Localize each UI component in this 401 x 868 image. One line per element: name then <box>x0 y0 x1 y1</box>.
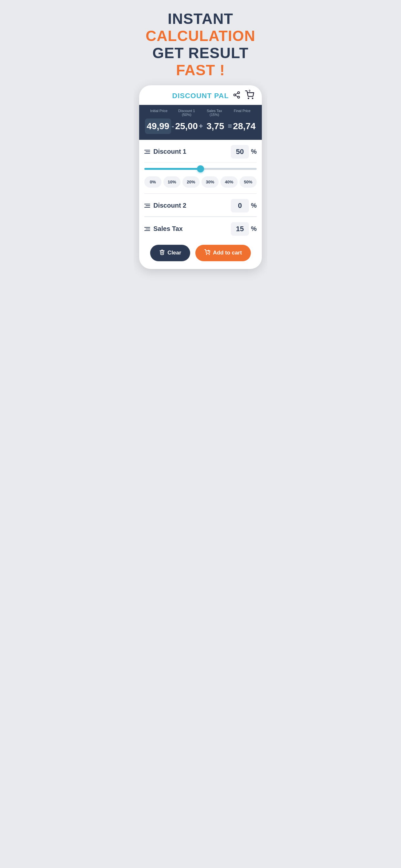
svg-point-8 <box>209 254 210 255</box>
value-initial: 49,99 <box>145 119 171 134</box>
discount1-value[interactable]: 50 <box>231 145 249 159</box>
label-discount1: Discount 1 (50%) <box>173 109 201 117</box>
cart-add-icon <box>204 249 210 257</box>
phone-frame: DISCOUNT PAL 0 <box>139 85 262 269</box>
summary-values: 49,99 - 25,00 + 3,75 = 28,74 <box>145 119 256 134</box>
operator-equals: = <box>227 122 233 130</box>
hero-line1-orange: CALCULATION <box>146 27 255 44</box>
cart-count: 0 <box>249 89 250 92</box>
preset-30[interactable]: 30% <box>202 176 219 188</box>
summary-bar: Initial Price Discount 1 (50%) Sales Tax… <box>139 105 262 140</box>
discount1-control-right: 50 % <box>231 145 257 159</box>
discount1-slider-row <box>144 163 257 175</box>
sales-tax-row: Sales Tax 15 % <box>144 217 257 240</box>
svg-line-3 <box>236 95 238 97</box>
discount1-presets: 0% 10% 20% 30% 40% 50% <box>144 175 257 189</box>
discount1-slider[interactable] <box>144 168 257 170</box>
sales-tax-control-right: 15 % <box>231 222 257 236</box>
svg-point-6 <box>252 98 253 98</box>
clear-button[interactable]: Clear <box>150 245 190 261</box>
discount2-row: Discount 2 0 % <box>144 194 257 217</box>
sales-tax-label: Sales Tax <box>144 225 183 232</box>
hero-section: INSTANT CALCULATION GET RESULT FAST ! <box>134 0 267 85</box>
hero-line1-dark: INSTANT <box>168 10 234 27</box>
preset-0[interactable]: 0% <box>144 176 161 188</box>
hero-line2-orange: FAST ! <box>176 62 225 79</box>
hero-line2-dark: GET RESULT <box>152 44 249 61</box>
svg-point-7 <box>206 254 207 255</box>
share-icon[interactable] <box>233 91 241 101</box>
bottom-buttons: Clear Add to cart <box>139 240 262 261</box>
value-tax: 3,75 <box>204 121 227 131</box>
preset-50[interactable]: 50% <box>240 176 257 188</box>
controls-section: Discount 1 50 % 0% 10% 20% 30% 40% 50% <box>139 140 262 240</box>
preset-20[interactable]: 20% <box>182 176 199 188</box>
label-tax: Sales Tax (15%) <box>201 109 228 117</box>
app-header: DISCOUNT PAL 0 <box>139 85 262 104</box>
discount1-label: Discount 1 <box>144 148 186 155</box>
header-icons: 0 <box>233 90 254 101</box>
sliders-icon-2 <box>144 204 150 208</box>
app-title: DISCOUNT PAL <box>172 92 228 100</box>
add-to-cart-button[interactable]: Add to cart <box>195 245 251 261</box>
discount1-row: Discount 1 50 % <box>144 140 257 163</box>
label-final: Final Price <box>228 109 256 117</box>
value-discount1: 25,00 <box>175 121 198 131</box>
label-initial: Initial Price <box>145 109 173 117</box>
value-final: 28,74 <box>233 121 256 131</box>
discount1-percent: % <box>251 148 257 155</box>
trash-icon <box>159 249 165 257</box>
sliders-icon-1 <box>144 150 150 154</box>
sales-tax-percent: % <box>251 225 257 232</box>
operator-plus: + <box>198 122 204 130</box>
svg-line-4 <box>236 93 238 94</box>
preset-10[interactable]: 10% <box>163 176 181 188</box>
discount2-percent: % <box>251 202 257 209</box>
discount1-section: Discount 1 50 % 0% 10% 20% 30% 40% 50% <box>144 140 257 193</box>
operator-minus: - <box>171 122 175 130</box>
discount2-control-right: 0 % <box>231 199 257 213</box>
summary-labels: Initial Price Discount 1 (50%) Sales Tax… <box>145 109 256 117</box>
cart-icon[interactable]: 0 <box>245 90 254 101</box>
sliders-icon-3 <box>144 227 150 231</box>
svg-point-5 <box>248 98 249 98</box>
sales-tax-value[interactable]: 15 <box>231 222 249 236</box>
preset-40[interactable]: 40% <box>220 176 238 188</box>
discount2-label: Discount 2 <box>144 202 186 209</box>
discount2-value[interactable]: 0 <box>231 199 249 213</box>
